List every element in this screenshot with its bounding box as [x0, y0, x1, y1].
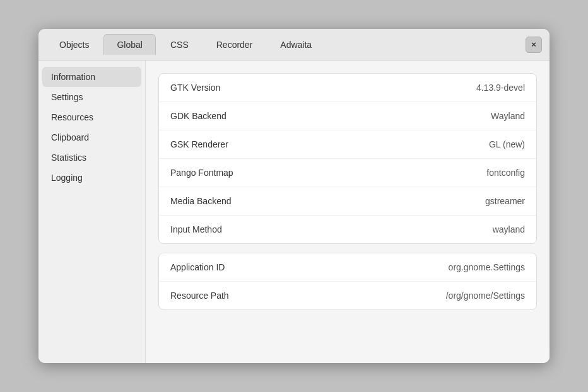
table-row: Application IDorg.gnome.Settings [159, 253, 536, 282]
row-label: Pango Fontmap [170, 168, 233, 178]
main-window: ObjectsGlobalCSSRecorderAdwaita × Inform… [38, 29, 550, 363]
table-row: GTK Version4.13.9-devel [159, 74, 536, 102]
sidebar-item-clipboard[interactable]: Clipboard [42, 127, 141, 147]
row-value: /org/gnome/Settings [446, 291, 525, 301]
tab-recorder[interactable]: Recorder [203, 34, 266, 55]
sidebar-item-resources[interactable]: Resources [42, 107, 141, 127]
body: InformationSettingsResourcesClipboardSta… [38, 61, 550, 363]
sidebar-item-settings[interactable]: Settings [42, 87, 141, 107]
row-label: Application ID [170, 262, 225, 272]
sidebar-item-information[interactable]: Information [42, 67, 141, 87]
row-value: org.gnome.Settings [449, 262, 525, 272]
table-row: Resource Path/org/gnome/Settings [159, 282, 536, 309]
row-value: 4.13.9-devel [476, 83, 525, 93]
row-value: Wayland [491, 111, 525, 121]
row-value: wayland [493, 224, 525, 234]
row-value: fontconfig [486, 168, 525, 178]
close-button[interactable]: × [526, 37, 542, 53]
tab-css[interactable]: CSS [157, 34, 202, 55]
row-value: GL (new) [489, 139, 525, 149]
row-label: Media Backend [170, 196, 232, 206]
info-card-0: GTK Version4.13.9-develGDK BackendWaylan… [158, 73, 537, 244]
content-area: GTK Version4.13.9-develGDK BackendWaylan… [146, 61, 550, 363]
row-label: GSK Renderer [170, 139, 228, 149]
tab-objects[interactable]: Objects [46, 34, 102, 55]
tab-adwaita[interactable]: Adwaita [267, 34, 325, 55]
info-card-1: Application IDorg.gnome.SettingsResource… [158, 253, 537, 310]
tab-bar: ObjectsGlobalCSSRecorderAdwaita × [38, 29, 550, 61]
row-label: Input Method [170, 224, 222, 234]
sidebar-item-logging[interactable]: Logging [42, 168, 141, 188]
sidebar-item-statistics[interactable]: Statistics [42, 147, 141, 168]
table-row: Media Backendgstreamer [159, 187, 536, 216]
tab-global[interactable]: Global [103, 34, 155, 55]
table-row: GDK BackendWayland [159, 102, 536, 130]
row-label: GTK Version [170, 83, 220, 93]
sidebar: InformationSettingsResourcesClipboardSta… [38, 61, 146, 363]
table-row: GSK RendererGL (new) [159, 130, 536, 159]
row-label: GDK Backend [170, 111, 226, 121]
row-label: Resource Path [170, 291, 229, 301]
table-row: Input Methodwayland [159, 216, 536, 243]
row-value: gstreamer [485, 196, 525, 206]
table-row: Pango Fontmapfontconfig [159, 159, 536, 187]
